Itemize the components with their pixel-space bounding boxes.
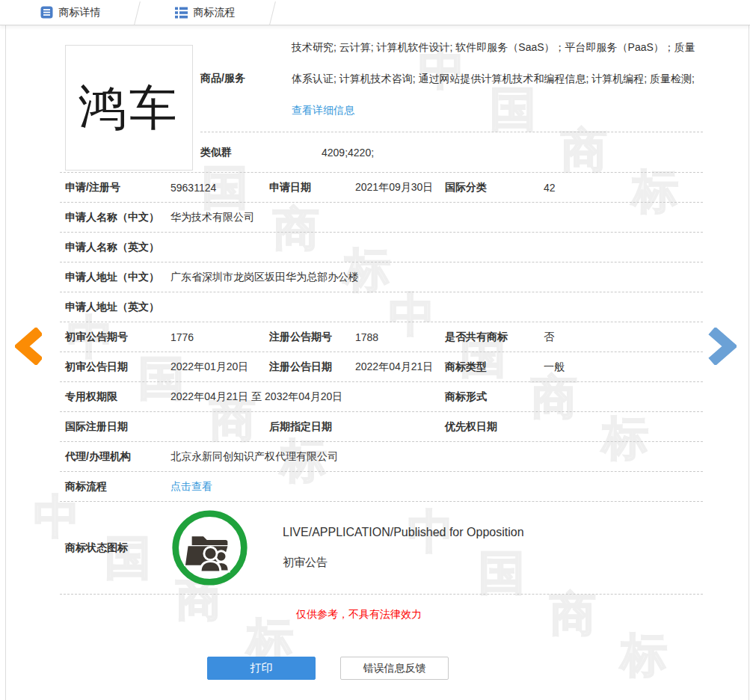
agency-value: 北京永新同创知识产权代理有限公司	[170, 450, 703, 464]
top-right-section: 商品/服务 技术研究; 云计算; 计算机软件设计; 软件即服务（SaaS）；平台…	[200, 25, 703, 172]
first-gazette-no-value: 1776	[170, 331, 269, 343]
trademark-type-value: 一般	[544, 360, 703, 374]
trademark-image: 鸿车	[65, 45, 193, 171]
similar-group-label: 类似群	[200, 146, 322, 159]
error-feedback-button[interactable]: 错误信息反馈	[340, 657, 449, 680]
similar-group-row: 类似群 4209;4220;	[200, 132, 703, 172]
row-applicant-name-cn: 申请人名称（中文） 华为技术有限公司	[60, 203, 703, 233]
row-registration-number: 申请/注册号 59631124 申请日期 2021年09月30日 国际分类 42	[60, 173, 703, 203]
trademark-type-label: 商标类型	[445, 360, 544, 374]
trademark-process-label: 商标流程	[65, 480, 170, 494]
disclaimer-text: 仅供参考，不具有法律效力	[60, 608, 658, 621]
applicant-name-cn-label: 申请人名称（中文）	[65, 211, 170, 224]
top-section: 鸿车 商品/服务 技术研究; 云计算; 计算机软件设计; 软件即服务（SaaS）…	[60, 25, 703, 173]
click-to-view-link[interactable]: 点击查看	[170, 480, 703, 494]
reg-gazette-no-label: 注册公告期号	[269, 331, 355, 344]
row-applicant-address-en: 申请人地址（英文）	[60, 292, 703, 322]
tab-trademark-process[interactable]: 商标流程	[137, 0, 273, 25]
reg-gazette-date-value: 2022年04月21日	[355, 360, 445, 374]
applicant-address-cn-label: 申请人地址（中文）	[65, 271, 170, 284]
trademark-form-label: 商标形式	[445, 390, 544, 404]
reg-no-value: 59631124	[170, 182, 269, 194]
row-exclusive-period: 专用权期限 2022年04月21日 至 2032年04月20日 商标形式	[60, 382, 703, 412]
trademark-status-label: 商标状态图标	[65, 541, 170, 555]
row-agency: 代理/办理机构 北京永新同创知识产权代理有限公司	[60, 442, 703, 472]
row-trademark-status: 商标状态图标 LIVE/APPLICATION/Published for Op…	[60, 502, 703, 595]
chevron-left-icon	[15, 328, 42, 365]
row-trademark-process: 商标流程 点击查看	[60, 472, 703, 502]
agency-label: 代理/办理机构	[65, 450, 170, 464]
row-international-dates: 国际注册日期 后期指定日期 优先权日期	[60, 412, 703, 442]
exclusive-period-value: 2022年04月21日 至 2032年04月20日	[170, 390, 445, 404]
reg-gazette-no-value: 1788	[355, 331, 445, 343]
tab-bar: 商标详情 商标流程	[0, 0, 750, 25]
similar-group-value: 4209;4220;	[322, 147, 374, 159]
next-arrow-button[interactable]	[708, 328, 737, 367]
applicant-address-en-label: 申请人地址（英文）	[65, 301, 170, 314]
goods-services-label: 商品/服务	[200, 72, 292, 85]
later-designation-date-label: 后期指定日期	[269, 420, 355, 434]
row-gazette-numbers: 初审公告期号 1776 注册公告期号 1788 是否共有商标 否	[60, 322, 703, 352]
trademark-text: 鸿车	[79, 76, 180, 141]
intl-reg-date-label: 国际注册日期	[65, 420, 170, 434]
co-owned-value: 否	[544, 331, 703, 344]
applicant-address-cn-value: 广东省深圳市龙岗区坂田华为总部办公楼	[170, 271, 703, 284]
first-gazette-no-label: 初审公告期号	[65, 331, 170, 344]
tab-trademark-detail-label: 商标详情	[59, 6, 101, 19]
applicant-name-cn-value: 华为技术有限公司	[170, 211, 703, 224]
first-gazette-date-value: 2022年01月20日	[170, 360, 269, 374]
app-date-label: 申请日期	[269, 181, 355, 194]
view-details-link[interactable]: 查看详细信息	[292, 104, 354, 116]
trademark-detail-content: 鸿车 商品/服务 技术研究; 云计算; 计算机软件设计; 软件即服务（SaaS）…	[60, 25, 703, 680]
goods-services-row: 商品/服务 技术研究; 云计算; 计算机软件设计; 软件即服务（SaaS）；平台…	[200, 25, 703, 132]
tab-divider	[134, 1, 141, 25]
status-line-chinese: 初审公告	[283, 556, 524, 570]
status-texts: LIVE/APPLICATION/Published for Oppositio…	[283, 526, 524, 570]
applicant-name-en-label: 申请人名称（英文）	[65, 241, 170, 254]
status-line-english: LIVE/APPLICATION/Published for Oppositio…	[283, 526, 524, 539]
first-gazette-date-label: 初审公告日期	[65, 360, 170, 374]
reg-no-label: 申请/注册号	[65, 181, 170, 194]
intl-class-value: 42	[544, 182, 703, 194]
priority-date-label: 优先权日期	[445, 420, 544, 434]
intl-class-label: 国际分类	[445, 181, 544, 194]
app-date-value: 2021年09月30日	[355, 181, 445, 194]
row-applicant-address-cn: 申请人地址（中文） 广东省深圳市龙岗区坂田华为总部办公楼	[60, 262, 703, 292]
co-owned-label: 是否共有商标	[445, 331, 544, 344]
previous-arrow-button[interactable]	[15, 328, 42, 367]
row-gazette-dates: 初审公告日期 2022年01月20日 注册公告日期 2022年04月21日 商标…	[60, 352, 703, 382]
action-buttons: 打印 错误信息反馈	[207, 657, 703, 680]
tab-trademark-process-label: 商标流程	[194, 6, 236, 19]
reg-gazette-date-label: 注册公告日期	[269, 360, 355, 374]
exclusive-period-label: 专用权期限	[65, 390, 170, 404]
list-icon	[175, 7, 188, 19]
status-live-folder-icon	[170, 509, 249, 587]
tab-trademark-detail[interactable]: 商标详情	[6, 0, 135, 25]
goods-services-value: 技术研究; 云计算; 计算机软件设计; 软件即服务（SaaS）；平台即服务（Pa…	[292, 31, 703, 126]
chevron-right-icon	[708, 328, 737, 365]
document-icon	[40, 6, 53, 19]
goods-services-text: 技术研究; 云计算; 计算机软件设计; 软件即服务（SaaS）；平台即服务（Pa…	[292, 41, 695, 85]
print-button[interactable]: 打印	[207, 657, 316, 680]
row-applicant-name-en: 申请人名称（英文）	[60, 233, 703, 262]
tab-divider	[269, 1, 276, 25]
